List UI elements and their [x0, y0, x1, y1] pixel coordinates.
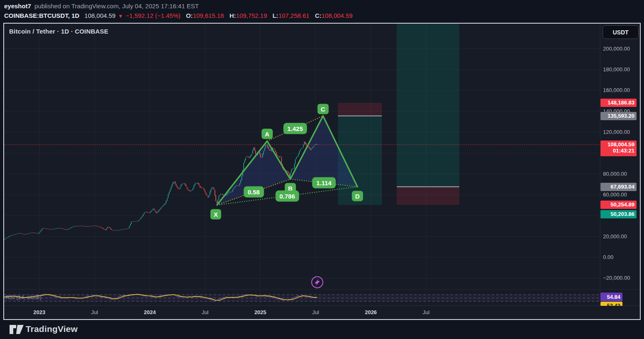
price-tick: 0.00: [603, 254, 639, 261]
time-tick-2025: 2025: [254, 309, 266, 316]
price-badge-10800459: 108,004.5901:43:21: [601, 140, 637, 156]
pattern-ratio-0-786[interactable]: 0.786: [275, 190, 299, 201]
chart-title: Bitcoin / Tether · 1D · COINBASE: [9, 28, 108, 35]
price-tick: 160,000.00: [603, 87, 639, 94]
price-badge-5025489: 50,254.89: [601, 201, 637, 209]
price-badge-14818683: 148,186.83: [601, 99, 637, 107]
rsi-value-badge: 54.84: [601, 293, 622, 301]
price-tick: −20,000.00: [603, 275, 639, 281]
time-tick-jul: Jul: [312, 309, 319, 316]
pattern-point-x[interactable]: X: [210, 209, 221, 219]
price-badge-5020386: 50,203.86: [601, 210, 637, 218]
price-badge-6769304: 67,693.04: [601, 183, 637, 191]
rsi-ma-badge: 52.43: [601, 302, 622, 306]
price-tick: 60,000.00: [603, 191, 639, 198]
tradingview-brand-text[interactable]: TradingView: [26, 324, 78, 334]
pattern-ratio-1-425[interactable]: 1.425: [283, 123, 307, 134]
chart-canvas[interactable]: [0, 0, 644, 339]
currency-toggle-button[interactable]: USDT: [603, 25, 639, 39]
price-tick: 120,000.00: [603, 129, 639, 136]
rsi-ma-value: 52.43: [601, 302, 622, 306]
tradingview-logo-icon[interactable]: [9, 324, 24, 335]
price-tick: 80,000.00: [603, 171, 639, 177]
time-tick-jul: Jul: [202, 309, 209, 316]
pattern-ratio-1-114[interactable]: 1.114: [312, 177, 336, 189]
time-tick-jul: Jul: [422, 309, 429, 316]
price-tick: 20,000.00: [603, 233, 639, 240]
price-tick: 180,000.00: [603, 66, 639, 73]
price-tick: 200,000.00: [603, 46, 639, 52]
page: eyeshot7 published on TradingView.com, J…: [0, 0, 644, 339]
pattern-ratio-0-58[interactable]: 0.58: [244, 186, 264, 198]
time-tick-2023: 2023: [34, 309, 46, 316]
pattern-point-c[interactable]: C: [318, 104, 329, 114]
price-badge-13559320: 135,593.20: [601, 112, 637, 120]
pattern-point-d[interactable]: D: [352, 191, 363, 201]
time-tick-2026: 2026: [365, 309, 377, 316]
pattern-point-a[interactable]: A: [262, 129, 273, 139]
countdown-timer: 01:43:21: [601, 148, 634, 154]
time-tick-2024: 2024: [144, 309, 156, 316]
rsi-indicator-label[interactable]: RSI (14, close): [6, 294, 41, 300]
time-tick-jul: Jul: [91, 309, 98, 316]
